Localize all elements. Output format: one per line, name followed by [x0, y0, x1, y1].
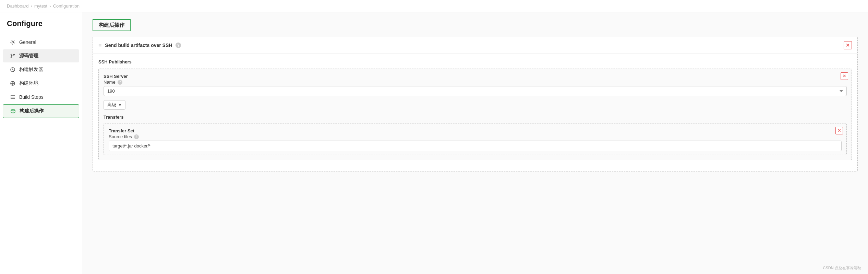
advanced-toggle[interactable]: 高级 ▼ [104, 100, 125, 110]
svg-point-1 [11, 54, 12, 55]
sidebar-item-build-steps-label: Build Steps [19, 94, 44, 100]
panel-header: ≡ Send build artifacts over SSH ? ✕ [93, 37, 857, 54]
transfer-set-title: Transfer Set [109, 128, 842, 133]
ssh-server-title: SSH Server [104, 74, 847, 79]
chevron-down-icon: ▼ [118, 103, 122, 107]
main-layout: Configure General 源码管理 [0, 12, 868, 274]
panel-title: Send build artifacts over SSH [105, 43, 172, 48]
sidebar-item-source-label: 源码管理 [19, 53, 38, 59]
breadcrumb: Dashboard › mytest › Configuration [0, 0, 868, 12]
sidebar-item-general-label: General [19, 39, 36, 45]
section-title: 构建后操作 [93, 19, 131, 31]
name-help-icon[interactable]: ? [118, 80, 122, 85]
sidebar-item-build-environment[interactable]: 构建环境 [3, 77, 79, 90]
sidebar-item-triggers-label: 构建触发器 [19, 67, 43, 73]
sidebar-item-build-steps[interactable]: Build Steps [3, 91, 79, 104]
breadcrumb-configuration[interactable]: Configuration [53, 3, 80, 9]
ssh-server-select[interactable]: 190 [104, 86, 847, 96]
advanced-label: 高级 [107, 102, 116, 108]
sidebar-title: Configure [0, 19, 82, 35]
sidebar: Configure General 源码管理 [0, 12, 82, 274]
svg-point-3 [14, 54, 15, 55]
panel-close-button[interactable]: ✕ [844, 41, 852, 49]
watermark: CSDN @总在寒冷清秋 [823, 265, 861, 271]
ssh-publishers-label: SSH Publishers [98, 59, 852, 64]
globe-icon [10, 80, 16, 86]
sidebar-item-source-management[interactable]: 源码管理 [3, 49, 79, 62]
transfer-set-close-button[interactable]: ✕ [835, 127, 843, 134]
sidebar-item-build-triggers[interactable]: 构建触发器 [3, 63, 79, 76]
breadcrumb-dashboard[interactable]: Dashboard [7, 3, 29, 9]
breadcrumb-mytest[interactable]: mytest [34, 3, 47, 9]
sidebar-item-post-build[interactable]: 构建后操作 [3, 104, 79, 118]
main-content: 构建后操作 ≡ Send build artifacts over SSH ? … [82, 12, 868, 274]
name-field-label: Name ? [104, 80, 847, 85]
breadcrumb-sep2: › [49, 3, 51, 9]
code-branch-icon [10, 53, 16, 59]
sidebar-item-general[interactable]: General [3, 36, 79, 49]
outer-panel: ≡ Send build artifacts over SSH ? ✕ SSH … [93, 37, 858, 171]
box-icon [10, 108, 16, 114]
panel-body: SSH Publishers ✕ SSH Server Name ? 190 [93, 54, 857, 171]
ssh-server-close-button[interactable]: ✕ [841, 72, 848, 80]
transfer-set-box: ✕ Transfer Set Source files ? [104, 123, 847, 155]
svg-point-2 [11, 57, 12, 58]
ssh-server-box: ✕ SSH Server Name ? 190 高级 ▼ [98, 69, 852, 160]
source-files-input[interactable] [109, 141, 842, 151]
sidebar-item-post-build-label: 构建后操作 [20, 108, 44, 114]
source-files-help-icon[interactable]: ? [134, 134, 139, 139]
breadcrumb-sep1: › [31, 3, 32, 9]
drag-icon: ≡ [98, 42, 101, 48]
panel-header-left: ≡ Send build artifacts over SSH ? [98, 42, 181, 48]
transfers-label: Transfers [104, 115, 847, 120]
panel-help-icon[interactable]: ? [176, 43, 181, 48]
clock-icon [10, 67, 16, 73]
source-files-label: Source files ? [109, 134, 842, 139]
list-icon [10, 94, 16, 100]
gear-icon [10, 39, 16, 45]
svg-point-0 [12, 41, 14, 43]
sidebar-item-environment-label: 构建环境 [19, 80, 38, 86]
